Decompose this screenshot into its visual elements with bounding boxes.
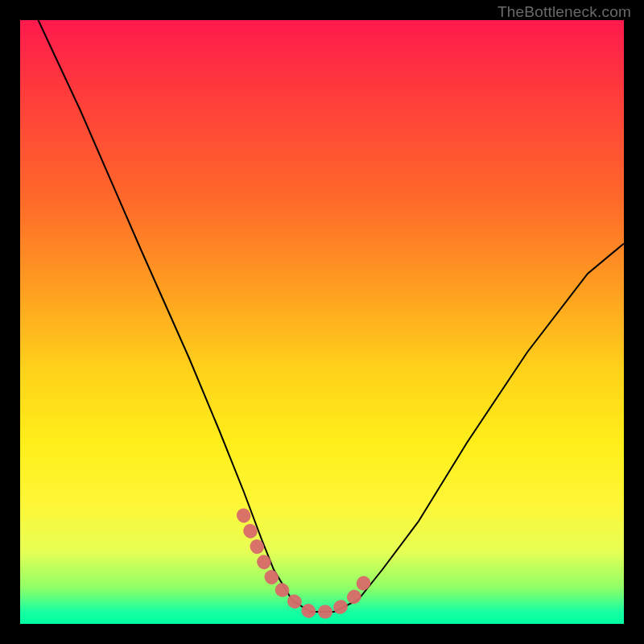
valley-highlight: [244, 515, 371, 612]
watermark-text: TheBottleneck.com: [497, 3, 631, 21]
bottleneck-curve: [39, 20, 625, 612]
plot-area: [20, 20, 624, 624]
curve-svg: [20, 20, 624, 624]
chart-frame: TheBottleneck.com: [0, 0, 644, 644]
